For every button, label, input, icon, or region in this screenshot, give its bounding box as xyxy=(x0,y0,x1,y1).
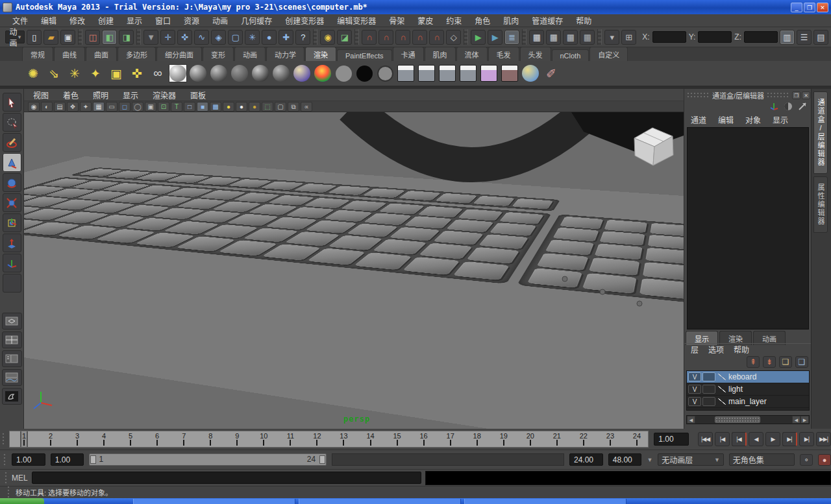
select-all-mask-icon[interactable]: ✛ xyxy=(160,30,175,45)
character-set-dropdown[interactable]: 无角色集 xyxy=(729,453,795,466)
minimize-button[interactable]: _ xyxy=(791,3,802,12)
taskbar-item[interactable] xyxy=(133,499,295,504)
menu-item-14[interactable]: 约束 xyxy=(440,14,467,27)
panel-menu-2[interactable]: 着色 xyxy=(63,90,79,101)
playback-end-field[interactable]: 24.00 xyxy=(569,453,603,466)
layer-scrollbar[interactable]: ◀ ◀ ▶ xyxy=(686,415,810,424)
menu-item-9[interactable]: 几何缓存 xyxy=(235,14,278,27)
menu-item-11[interactable]: 编辑变形器 xyxy=(331,14,382,27)
input-connection-icon[interactable]: ▶ xyxy=(471,30,486,45)
surface-shader-icon[interactable] xyxy=(334,64,353,83)
panel-menu-6[interactable]: 面板 xyxy=(190,90,206,101)
use-default-lighting-icon[interactable]: ● xyxy=(223,102,234,112)
anim-end-field[interactable]: 48.00 xyxy=(608,453,642,466)
menu-item-4[interactable]: 创建 xyxy=(92,14,119,27)
open-scene-icon[interactable]: ▰ xyxy=(43,30,58,45)
channel-mode-icon[interactable] xyxy=(797,102,808,113)
make-live-icon[interactable]: ◇ xyxy=(446,30,461,45)
layered-shader-icon[interactable] xyxy=(292,64,312,83)
safe-title-icon[interactable]: T xyxy=(171,102,182,112)
panel-menu-4[interactable]: 显示 xyxy=(123,90,138,101)
layer-row[interactable]: Vkeboard xyxy=(687,371,809,383)
show-channel-box-icon[interactable]: ▥ xyxy=(780,30,795,45)
menu-item-7[interactable]: 资源 xyxy=(178,14,205,27)
chevron-down-icon[interactable]: ▼ xyxy=(647,457,652,463)
share-icon[interactable]: ∝ xyxy=(301,102,312,112)
z-field[interactable] xyxy=(744,31,778,43)
group-separator[interactable] xyxy=(597,29,602,45)
menu-item-13[interactable]: 蒙皮 xyxy=(412,14,439,27)
show-manipulator-tool[interactable] xyxy=(3,254,21,272)
keyboard-model[interactable] xyxy=(24,156,684,429)
select-rendering-mask-icon[interactable]: ● xyxy=(262,30,277,45)
menu-item-3[interactable]: 修改 xyxy=(64,14,91,27)
range-end-handle[interactable] xyxy=(319,455,325,464)
go-to-start-button[interactable]: |◀◀ xyxy=(698,432,713,446)
anim-start-field[interactable]: 1.00 xyxy=(51,453,84,466)
grid-icon[interactable]: ▦ xyxy=(93,102,105,112)
lock-camera-icon[interactable]: ◐ xyxy=(41,102,53,112)
drag-handle[interactable] xyxy=(687,92,710,99)
range-start-handle[interactable] xyxy=(90,455,96,464)
select-dynamics-mask-icon[interactable]: ✳ xyxy=(245,30,260,45)
menu-item-6[interactable]: 窗口 xyxy=(149,14,177,27)
mel-output[interactable] xyxy=(425,471,831,485)
move-layer-down-icon[interactable]: ⇟ xyxy=(763,356,776,368)
panel-menu-1[interactable]: 视图 xyxy=(33,90,49,101)
shelf-tab-头发[interactable]: 头发 xyxy=(520,47,551,61)
bookmark-icon[interactable]: ❖ xyxy=(67,102,79,112)
shelf-tab-细分曲面[interactable]: 细分曲面 xyxy=(156,47,202,61)
selection-mask-flyout-icon[interactable]: ▼ xyxy=(143,30,158,45)
drag-handle[interactable] xyxy=(767,92,789,99)
help-mask-icon[interactable]: ? xyxy=(295,30,310,45)
last-tool-slot[interactable] xyxy=(3,274,21,293)
maximize-button[interactable]: ❐ xyxy=(804,3,815,12)
scroll-left2-icon[interactable]: ◀ xyxy=(792,416,800,424)
menu-item-17[interactable]: 管道缓存 xyxy=(526,14,569,27)
persp-graph-layout[interactable] xyxy=(2,369,22,386)
mel-input[interactable] xyxy=(32,472,421,484)
soft-modification-tool[interactable] xyxy=(3,234,21,252)
layer-playback-toggle[interactable] xyxy=(702,385,715,394)
channel-menu-1[interactable]: 通道 xyxy=(691,114,706,125)
channel-manip-axis-icon[interactable] xyxy=(768,102,780,113)
layer-row[interactable]: Vlight xyxy=(687,383,809,396)
shelf-tab-多边形[interactable]: 多边形 xyxy=(118,47,156,61)
shelf-tab-常规[interactable]: 常规 xyxy=(22,47,53,61)
render-current-frame-icon[interactable]: ▦ xyxy=(546,30,561,45)
anisotropic-material-icon[interactable] xyxy=(188,64,208,83)
select-misc-mask-icon[interactable]: ✚ xyxy=(279,30,293,45)
play-forwards-button[interactable]: ▶ xyxy=(765,432,780,446)
shelf-tab-曲面[interactable]: 曲面 xyxy=(86,47,117,61)
ipr-render-shelf-icon[interactable] xyxy=(438,64,457,83)
help-grip[interactable] xyxy=(6,485,10,499)
layer-visibility-toggle[interactable]: V xyxy=(688,397,701,406)
scale-tool[interactable] xyxy=(3,193,21,212)
shelf-tab-曲线[interactable]: 曲线 xyxy=(54,47,85,61)
auto-keyframe-icon[interactable]: ● xyxy=(818,454,831,466)
y-field[interactable] xyxy=(698,31,732,43)
wireframe-mode-icon[interactable]: □ xyxy=(184,102,195,112)
channel-menu-3[interactable]: 对象 xyxy=(745,114,761,125)
group-separator[interactable] xyxy=(136,29,141,45)
menu-item-12[interactable]: 骨架 xyxy=(383,14,410,27)
select-tool[interactable] xyxy=(3,93,21,112)
lambert-material-icon[interactable] xyxy=(230,64,249,83)
four-pane-layout[interactable] xyxy=(2,331,22,348)
directional-light-icon[interactable]: ⇘ xyxy=(44,64,64,83)
blinn-material-icon[interactable] xyxy=(209,64,229,83)
menu-item-15[interactable]: 角色 xyxy=(469,14,496,27)
area-light-icon[interactable]: ▣ xyxy=(106,64,126,83)
scroll-left-icon[interactable]: ◀ xyxy=(687,416,695,424)
phong-e-material-icon[interactable] xyxy=(271,64,291,83)
shelf-tab-nCloth[interactable]: nCloth xyxy=(552,49,589,61)
layer-menu-2[interactable]: 选项 xyxy=(708,344,724,355)
rotate-tool[interactable] xyxy=(3,173,21,192)
scroll-right-icon[interactable]: ▶ xyxy=(800,416,809,424)
channel-menu-4[interactable]: 显示 xyxy=(773,114,788,125)
shelf-tab-自定义[interactable]: 自定义 xyxy=(589,47,628,61)
menu-item-2[interactable]: 编辑 xyxy=(35,14,62,27)
shelf-tab-卡通[interactable]: 卡通 xyxy=(393,47,424,61)
spot-light-icon[interactable]: ✦ xyxy=(86,64,105,83)
group-separator[interactable] xyxy=(464,29,468,45)
